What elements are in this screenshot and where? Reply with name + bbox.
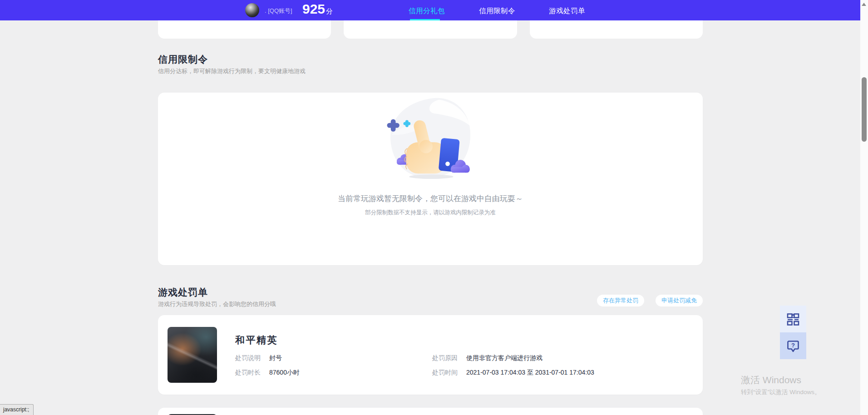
penalty-field: 处罚时间 2021-07-03 17:04:03 至 2031-07-01 17… xyxy=(432,369,594,376)
tab-game-penalty[interactable]: 游戏处罚单 xyxy=(549,6,585,16)
penalty-section-subtitle: 游戏行为违规导致处罚，会影响您的信用分哦 xyxy=(158,301,276,307)
username-label: . [QQ账号] xyxy=(265,7,292,15)
penalty-field: 处罚说明 封号 xyxy=(235,354,432,362)
credit-score-unit: 分 xyxy=(326,7,333,15)
penalty-card: 和平精英 处罚说明 封号 处罚原因 使用非官方客户端进行游戏 处罚时长 8760… xyxy=(158,315,703,395)
penalty-card: 三角洲行动处罚结束 xyxy=(158,408,703,415)
top-navbar: . [QQ账号] 925分 信用分礼包 信用限制令 游戏处罚单 xyxy=(0,0,860,20)
penalty-info: 和平精英 处罚说明 封号 处罚原因 使用非官方客户端进行游戏 处罚时长 8760… xyxy=(235,327,594,383)
help-button[interactable]: ? xyxy=(780,332,806,359)
watermark-line1: 激活 Windows xyxy=(741,374,821,385)
tab-credit-gift[interactable]: 信用分礼包 xyxy=(409,6,445,16)
gift-card-partial[interactable] xyxy=(158,20,331,39)
main-content: 信用限制令 信用分达标，即可解除游戏行为限制，要文明健康地游戏 xyxy=(158,20,703,415)
restriction-section-subtitle: 信用分达标，即可解除游戏行为限制，要文明健康地游戏 xyxy=(158,68,703,74)
thumbs-up-illustration xyxy=(380,93,480,179)
credit-score-value: 925 xyxy=(302,1,325,16)
field-label: 处罚时间 xyxy=(432,369,466,376)
penalty-field: 处罚时长 87600小时 xyxy=(235,369,432,376)
game-thumbnail xyxy=(168,327,217,383)
windows-activation-watermark: 激活 Windows 转到“设置”以激活 Windows。 xyxy=(741,374,821,396)
penalty-reduction-button[interactable]: 申请处罚减免 xyxy=(656,295,703,306)
field-label: 处罚说明 xyxy=(235,354,269,362)
gift-card-row xyxy=(158,20,703,39)
gift-card-partial[interactable] xyxy=(530,20,703,39)
link-status-tooltip: javascript:; xyxy=(0,404,34,415)
penalty-header-text: 游戏处罚单 游戏行为违规导致处罚，会影响您的信用分哦 xyxy=(158,287,276,307)
penalty-field: 处罚原因 使用非官方客户端进行游戏 xyxy=(432,354,594,362)
help-bubble-icon: ? xyxy=(786,339,800,353)
watermark-line2: 转到“设置”以激活 Windows。 xyxy=(741,388,821,396)
restriction-section-title: 信用限制令 xyxy=(158,54,703,65)
svg-text:?: ? xyxy=(791,342,795,349)
field-value: 87600小时 xyxy=(269,369,300,376)
penalty-fields: 处罚说明 封号 处罚原因 使用非官方客户端进行游戏 处罚时长 87600小时 处… xyxy=(235,354,594,376)
active-tab-underline xyxy=(410,19,440,20)
field-label: 处罚时长 xyxy=(235,369,269,376)
gift-card-partial[interactable] xyxy=(344,20,517,39)
field-value: 封号 xyxy=(269,354,282,362)
restriction-empty-card: 当前常玩游戏暂无限制令，您可以在游戏中自由玩耍～ 部分限制数据不支持显示，请以游… xyxy=(158,93,703,265)
field-value: 使用非官方客户端进行游戏 xyxy=(466,354,542,362)
avatar[interactable] xyxy=(245,3,259,17)
qr-code-button[interactable] xyxy=(780,306,806,332)
field-label: 处罚原因 xyxy=(432,354,466,362)
field-value: 2021-07-03 17:04:03 至 2031-07-01 17:04:0… xyxy=(466,369,594,376)
game-title: 和平精英 xyxy=(235,334,594,346)
tab-credit-restriction[interactable]: 信用限制令 xyxy=(479,6,515,16)
floating-buttons: ? xyxy=(780,306,806,359)
credit-score: 925分 xyxy=(302,1,333,17)
penalty-section-title: 游戏处罚单 xyxy=(158,287,276,298)
scrollbar-up-arrow-icon[interactable] xyxy=(862,3,866,6)
abnormal-penalty-button[interactable]: 存在异常处罚 xyxy=(597,295,644,306)
scrollbar-thumb[interactable] xyxy=(862,77,867,142)
empty-state-note: 部分限制数据不支持显示，请以游戏内限制记录为准 xyxy=(158,209,703,216)
qr-code-icon xyxy=(786,312,800,326)
empty-state-message: 当前常玩游戏暂无限制令，您可以在游戏中自由玩耍～ xyxy=(158,194,703,204)
vertical-scrollbar[interactable] xyxy=(860,0,868,415)
penalty-section-header: 游戏处罚单 游戏行为违规导致处罚，会影响您的信用分哦 存在异常处罚 申请处罚减免 xyxy=(158,287,703,307)
penalty-actions: 存在异常处罚 申请处罚减免 xyxy=(597,295,703,306)
